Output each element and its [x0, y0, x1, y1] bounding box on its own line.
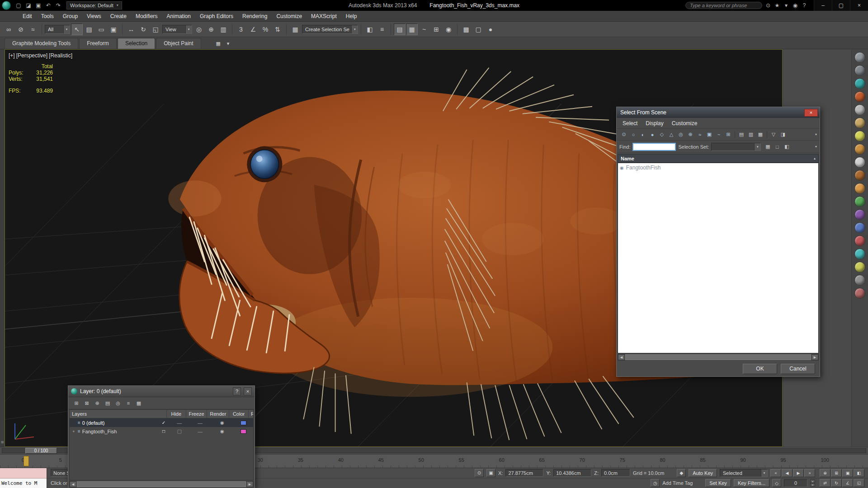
- hide-toggle[interactable]: ▢: [170, 428, 189, 434]
- current-layer-toggle[interactable]: □: [158, 429, 170, 434]
- sfs-menu-customize[interactable]: Customize: [668, 120, 702, 127]
- zoom-icon[interactable]: ⊕: [820, 469, 830, 477]
- display-none-icon[interactable]: ○: [629, 130, 638, 139]
- go-to-end-button[interactable]: »: [804, 469, 815, 477]
- set-key-button[interactable]: Set Key: [705, 479, 731, 487]
- menu-rendering[interactable]: Rendering: [238, 11, 272, 21]
- spinner-up-icon[interactable]: ▴: [810, 479, 815, 483]
- hide-toggle[interactable]: —: [170, 420, 189, 426]
- tab-selection[interactable]: Selection: [118, 38, 155, 49]
- scrollbar-thumb[interactable]: [625, 354, 811, 360]
- sfs-menu-display[interactable]: Display: [642, 120, 667, 127]
- macro-recorder-pane[interactable]: [0, 468, 47, 479]
- tab-freeform[interactable]: Freeform: [79, 38, 117, 49]
- orbit-icon[interactable]: ↻: [831, 479, 842, 487]
- workspace-dropdown[interactable]: Workspace: Default ▾: [66, 1, 122, 9]
- zoom-extents-icon[interactable]: ▣: [842, 469, 853, 477]
- viewport-general-menu[interactable]: [+]: [9, 52, 15, 59]
- tree-view-icon[interactable]: ▦: [756, 130, 765, 139]
- pan-icon[interactable]: ⇄: [820, 479, 830, 487]
- close-icon[interactable]: ×: [244, 387, 252, 395]
- z-coordinate-field[interactable]: 0.0cm: [601, 469, 630, 477]
- add-time-tag-label[interactable]: Add Time Tag: [662, 480, 693, 486]
- layer-properties-icon[interactable]: ▦: [134, 399, 143, 408]
- menu-tools[interactable]: Tools: [37, 11, 58, 21]
- layer-row[interactable]: + ≡ Fangtooth_Fish □ ▢ — ◉: [70, 427, 253, 436]
- select-all-icon[interactable]: ▦: [763, 142, 772, 151]
- help-icon[interactable]: ?: [233, 387, 241, 395]
- material-editor-icon[interactable]: ◉: [443, 23, 454, 35]
- detail-view-icon[interactable]: ▥: [746, 130, 755, 139]
- shelf-tool-icon-07[interactable]: [854, 131, 865, 141]
- save-file-icon[interactable]: ▣: [34, 1, 43, 10]
- menu-create[interactable]: Create: [106, 11, 131, 21]
- shelf-tool-icon-16[interactable]: [854, 249, 865, 259]
- select-and-link-icon[interactable]: ∞: [3, 23, 14, 35]
- column-radiosity[interactable]: Ra: [249, 410, 253, 418]
- search-input[interactable]: [685, 2, 762, 9]
- scroll-left-icon[interactable]: ◀: [70, 481, 76, 487]
- spinner-snap-toggle-icon[interactable]: ⇅: [272, 23, 283, 35]
- star-favorites-icon[interactable]: ★: [773, 1, 782, 10]
- current-frame-field[interactable]: 0: [784, 479, 807, 487]
- display-bones-icon[interactable]: ~: [714, 130, 723, 139]
- select-by-name-icon[interactable]: ▤: [83, 23, 95, 35]
- render-toggle[interactable]: ◉: [211, 429, 233, 434]
- shelf-tool-icon-09[interactable]: [854, 157, 865, 168]
- select-and-move-icon[interactable]: ↔: [125, 23, 137, 35]
- x-coordinate-field[interactable]: 27.8775cm: [505, 469, 543, 477]
- column-render[interactable]: Render: [207, 410, 229, 418]
- selection-set-dropdown[interactable]: ▾: [711, 143, 761, 151]
- maxscript-mini-listener[interactable]: Welcome to M: [0, 468, 47, 488]
- align-icon[interactable]: ≡: [376, 23, 388, 35]
- spinner-down-icon[interactable]: ▾: [810, 483, 815, 487]
- sfs-menu-select[interactable]: Select: [618, 120, 642, 127]
- filter-combinations-icon[interactable]: ▽: [769, 130, 778, 139]
- select-and-rotate-icon[interactable]: ↻: [137, 23, 149, 35]
- tab-graphite-modeling-tools[interactable]: Graphite Modeling Tools: [5, 38, 78, 49]
- menu-customize[interactable]: Customize: [272, 11, 307, 21]
- viewport-layout-tabs-icon[interactable]: ⊞: [0, 440, 5, 444]
- minimize-button[interactable]: –: [814, 0, 832, 11]
- new-layer-icon[interactable]: ⊞: [72, 399, 81, 408]
- display-frozen-objects-icon[interactable]: ⊞: [724, 130, 733, 139]
- layer-color-cell[interactable]: [233, 429, 253, 434]
- menu-modifiers[interactable]: Modifiers: [131, 11, 162, 21]
- menu-animation[interactable]: Animation: [162, 11, 195, 21]
- horizontal-scrollbar[interactable]: ◀ ▶: [69, 481, 254, 488]
- scene-object-row[interactable]: ◉ FangtoothFish: [618, 164, 818, 172]
- display-lights-icon[interactable]: △: [667, 130, 676, 139]
- y-coordinate-field[interactable]: 10.4386cm: [553, 469, 591, 477]
- shelf-tool-icon-15[interactable]: [854, 235, 865, 246]
- menu-maxscript[interactable]: MAXScript: [307, 11, 341, 21]
- select-and-manipulate-icon[interactable]: ⊕: [205, 23, 217, 35]
- toolbar-overflow-icon[interactable]: ▾: [815, 132, 817, 136]
- ribbon-minimize-caret-icon[interactable]: ▾: [224, 39, 233, 47]
- maximize-button[interactable]: ▢: [832, 0, 850, 11]
- layer-row[interactable]: ≡ 0 (default) ✓ — — ◉: [70, 418, 253, 427]
- clock-icon[interactable]: ◷: [651, 479, 660, 487]
- display-cameras-icon[interactable]: ◎: [676, 130, 685, 139]
- shelf-tool-icon-14[interactable]: [854, 222, 865, 233]
- scrollbar-thumb[interactable]: [77, 481, 246, 487]
- set-current-layer-icon[interactable]: ◎: [113, 399, 123, 408]
- shelf-tool-icon-12[interactable]: [854, 196, 865, 207]
- help-icon[interactable]: ?: [800, 1, 809, 10]
- menu-group[interactable]: Group: [58, 11, 82, 21]
- selection-lock-icon[interactable]: ▣: [486, 469, 495, 477]
- find-input[interactable]: [632, 143, 676, 151]
- maximize-viewport-toggle-icon[interactable]: ◱: [854, 479, 864, 487]
- auto-key-button[interactable]: Auto Key: [689, 469, 717, 477]
- viewport-shading-menu[interactable]: [Realistic]: [49, 52, 72, 59]
- open-file-icon[interactable]: ◪: [24, 1, 33, 10]
- advanced-filter-icon[interactable]: ◨: [778, 130, 788, 139]
- column-color[interactable]: Color: [229, 410, 249, 418]
- key-mode-toggle-icon[interactable]: ◇: [772, 479, 781, 487]
- shelf-tool-icon-19[interactable]: [854, 288, 865, 299]
- shelf-tool-icon-04[interactable]: [854, 91, 865, 102]
- communication-center-icon[interactable]: ◉: [791, 1, 800, 10]
- edit-named-selection-sets-icon[interactable]: ▦: [289, 23, 301, 35]
- display-geometry-icon[interactable]: ●: [648, 130, 657, 139]
- display-invert-icon[interactable]: ◐: [638, 130, 647, 139]
- scroll-left-icon[interactable]: ◀: [618, 354, 625, 360]
